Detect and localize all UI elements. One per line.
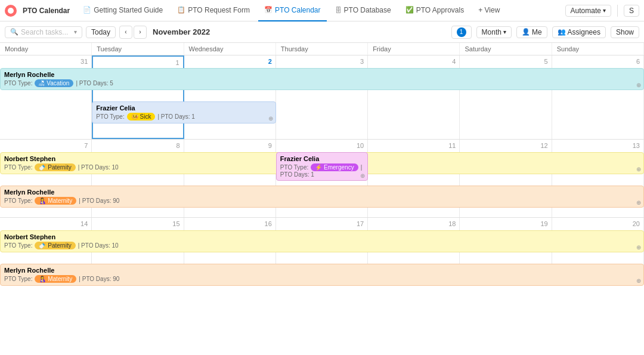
app-title: PTO Calendar [23,7,70,15]
prev-period-button[interactable]: ‹ [119,26,132,39]
event-merlyn-vacation-w1[interactable]: Merlyn Rochelle PTO Type: 🏖 Vacation | P… [0,68,644,90]
header-sunday: Sunday [552,43,644,55]
tab-pto-database[interactable]: 🗄 PTO Database [329,0,397,21]
event-merlyn-maternity-w3[interactable]: Merlyn Rochelle PTO Type: 🤱 Maternity | … [0,264,644,286]
tab-pto-request[interactable]: 📋 PTO Request Form [171,0,256,21]
header-monday: Monday [0,43,92,55]
show-options[interactable]: Show [611,26,639,38]
header-tuesday: Tuesday [92,43,184,55]
calendar-body: 31 1 2 3 4 5 6 [0,55,644,355]
app-logo [5,5,17,17]
today-button[interactable]: Today [86,26,116,38]
event-frazier-sick-w1[interactable]: Frazier Celia PTO Type: 🤒 Sick | PTO Day… [92,101,276,124]
header-friday: Friday [368,43,460,55]
automate-button[interactable]: Automate ▾ [565,5,611,17]
toolbar-right: 1 Month ▾ 👤 Me 👥 Assignees Show [451,26,639,39]
toolbar: 🔍 Search tasks... ▾ Today ‹ › November 2… [0,21,644,43]
tab-getting-started[interactable]: 📄 Getting Started Guide [77,0,169,21]
calendar: Monday Tuesday Wednesday Thursday Friday… [0,43,644,355]
assignees-filter[interactable]: 👥 Assignees [552,26,606,38]
top-nav: PTO Calendar 📄 Getting Started Guide 📋 P… [0,0,644,21]
header-saturday: Saturday [460,43,552,55]
month-selector[interactable]: Month ▾ [476,26,512,38]
week-row-1: 31 1 2 3 4 5 6 [0,55,644,140]
period-label: November 2022 [153,27,210,36]
nav-right: Automate ▾ S [565,5,639,17]
week-row-2: 7 8 9 10 11 12 13 [0,140,644,218]
event-merlyn-maternity-w2[interactable]: Merlyn Rochelle PTO Type: 🤱 Maternity | … [0,186,644,208]
header-wednesday: Wednesday [184,43,276,55]
search-box[interactable]: 🔍 Search tasks... ▾ [5,26,82,38]
day-headers: Monday Tuesday Wednesday Thursday Friday… [0,43,644,55]
header-thursday: Thursday [276,43,368,55]
filter-button[interactable]: 1 [451,26,472,39]
me-filter[interactable]: 👤 Me [516,26,547,38]
search-icon: 🔍 [10,28,18,36]
event-frazier-emergency-w2[interactable]: Frazier Celia PTO Type: ⚡ Emergency | PT… [276,152,368,181]
event-norbert-paternity-w3[interactable]: Norbert Stephen PTO Type: 🍼 Paternity | … [0,230,644,252]
date-nav: ‹ › [119,26,147,39]
week-row-3: 14 15 16 17 18 19 20 [0,218,644,278]
tab-pto-calendar[interactable]: 📅 PTO Calendar [258,0,326,21]
add-view-button[interactable]: + View [472,0,506,21]
next-period-button[interactable]: › [134,26,147,39]
share-button[interactable]: S [624,5,639,17]
tab-pto-approvals[interactable]: ✅ PTO Approvals [400,0,470,21]
